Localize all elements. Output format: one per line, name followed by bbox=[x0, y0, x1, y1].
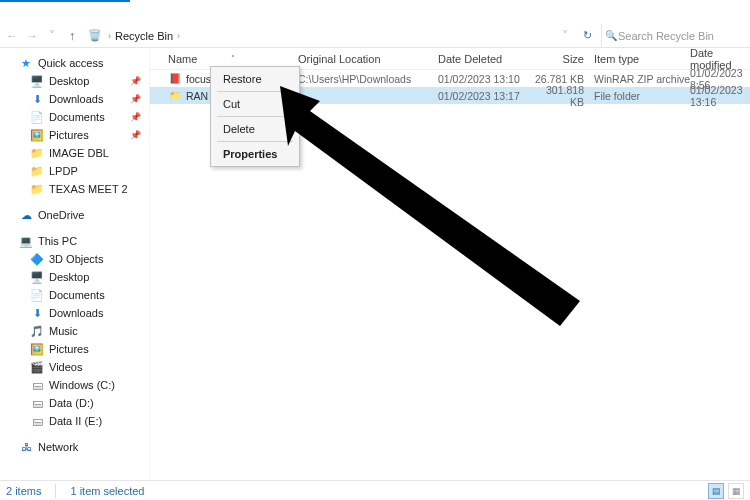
sidebar-thispc[interactable]: 💻This PC bbox=[0, 232, 149, 250]
column-original[interactable]: Original Location bbox=[298, 53, 438, 65]
search-input[interactable]: 🔍 Search Recycle Bin bbox=[601, 24, 746, 47]
sidebar-item-label: Desktop bbox=[49, 75, 89, 87]
onedrive-icon: ☁ bbox=[19, 209, 33, 222]
sidebar-label: This PC bbox=[38, 235, 77, 247]
breadcrumb[interactable]: 🗑️ › Recycle Bin › bbox=[84, 29, 553, 42]
menu-properties[interactable]: Properties bbox=[213, 144, 297, 164]
sidebar-item-drive-c[interactable]: 🖴Windows (C:) bbox=[0, 376, 149, 394]
sidebar-label: Network bbox=[38, 441, 78, 453]
sidebar-item-documents[interactable]: 📄Documents📌 bbox=[0, 108, 149, 126]
sidebar-item-downloads[interactable]: ⬇Downloads📌 bbox=[0, 90, 149, 108]
recent-dropdown[interactable]: ˅ bbox=[44, 29, 60, 43]
column-deleted[interactable]: Date Deleted bbox=[438, 53, 534, 65]
sidebar-item-desktop[interactable]: 🖥️Desktop📌 bbox=[0, 72, 149, 90]
column-size[interactable]: Size bbox=[534, 53, 594, 65]
sidebar-quick-access[interactable]: ★ Quick access bbox=[0, 54, 149, 72]
sidebar-item-label: IMAGE DBL bbox=[49, 147, 109, 159]
breadcrumb-sep: › bbox=[108, 31, 111, 41]
menu-separator bbox=[217, 91, 293, 92]
sidebar-item-drive-d[interactable]: 🖴Data (D:) bbox=[0, 394, 149, 412]
menu-restore[interactable]: Restore bbox=[213, 69, 297, 89]
column-type[interactable]: Item type bbox=[594, 53, 690, 65]
sidebar-item-label: TEXAS MEET 2 bbox=[49, 183, 128, 195]
sidebar-item-label: Downloads bbox=[49, 307, 103, 319]
music-icon: 🎵 bbox=[30, 325, 44, 338]
folder-icon: 📁 bbox=[30, 165, 44, 178]
file-deleted: 01/02/2023 13:10 bbox=[438, 73, 534, 85]
sidebar-item-music[interactable]: 🎵Music bbox=[0, 322, 149, 340]
window-accent-bar bbox=[0, 0, 130, 2]
zip-icon: 📕 bbox=[168, 73, 182, 84]
sort-asc-icon: ˄ bbox=[231, 54, 235, 63]
menu-cut[interactable]: Cut bbox=[213, 94, 297, 114]
sidebar-item-label: Pictures bbox=[49, 343, 89, 355]
sidebar-item-downloads[interactable]: ⬇Downloads bbox=[0, 304, 149, 322]
file-original: C:\Users\HP\Downloads bbox=[298, 73, 438, 85]
sidebar-item-label: Videos bbox=[49, 361, 82, 373]
file-modified: 01/02/2023 13:16 bbox=[690, 84, 750, 108]
videos-icon: 🎬 bbox=[30, 361, 44, 374]
desktop-icon: 🖥️ bbox=[30, 75, 44, 88]
sidebar: ★ Quick access 🖥️Desktop📌 ⬇Downloads📌 📄D… bbox=[0, 48, 150, 480]
sidebar-item-label: Music bbox=[49, 325, 78, 337]
up-button[interactable]: ↑ bbox=[64, 29, 80, 43]
desktop-icon: 🖥️ bbox=[30, 271, 44, 284]
drive-icon: 🖴 bbox=[30, 415, 44, 427]
sidebar-label: OneDrive bbox=[38, 209, 84, 221]
sidebar-item-desktop[interactable]: 🖥️Desktop bbox=[0, 268, 149, 286]
view-details-button[interactable]: ▤ bbox=[708, 483, 724, 499]
sidebar-item-label: Windows (C:) bbox=[49, 379, 115, 391]
downloads-icon: ⬇ bbox=[30, 93, 44, 106]
sidebar-item-documents[interactable]: 📄Documents bbox=[0, 286, 149, 304]
folder-icon: 📁 bbox=[168, 90, 182, 101]
status-selected: 1 item selected bbox=[70, 485, 144, 497]
drive-icon: 🖴 bbox=[30, 397, 44, 409]
breadcrumb-current: Recycle Bin bbox=[115, 30, 173, 42]
sidebar-item-folder[interactable]: 📁LPDP bbox=[0, 162, 149, 180]
context-menu: Restore Cut Delete Properties bbox=[210, 66, 300, 167]
search-placeholder: Search Recycle Bin bbox=[618, 30, 714, 42]
sidebar-item-label: Downloads bbox=[49, 93, 103, 105]
folder-icon: 📁 bbox=[30, 183, 44, 196]
pin-icon: 📌 bbox=[130, 94, 141, 104]
view-large-button[interactable]: ▦ bbox=[728, 483, 744, 499]
file-type: File folder bbox=[594, 90, 690, 102]
sidebar-item-label: Documents bbox=[49, 289, 105, 301]
sidebar-item-label: Documents bbox=[49, 111, 105, 123]
sidebar-item-label: LPDP bbox=[49, 165, 78, 177]
sidebar-item-pictures[interactable]: 🖼️Pictures📌 bbox=[0, 126, 149, 144]
recycle-bin-icon: 🗑️ bbox=[88, 29, 102, 42]
forward-button[interactable]: → bbox=[24, 29, 40, 43]
documents-icon: 📄 bbox=[30, 289, 44, 302]
drive-icon: 🖴 bbox=[30, 379, 44, 391]
pictures-icon: 🖼️ bbox=[30, 129, 44, 142]
pin-icon: 📌 bbox=[130, 130, 141, 140]
pictures-icon: 🖼️ bbox=[30, 343, 44, 356]
sidebar-item-folder[interactable]: 📁IMAGE DBL bbox=[0, 144, 149, 162]
sidebar-item-folder[interactable]: 📁TEXAS MEET 2 bbox=[0, 180, 149, 198]
sidebar-network[interactable]: 🖧Network bbox=[0, 438, 149, 456]
back-button[interactable]: ← bbox=[4, 29, 20, 43]
status-count: 2 items bbox=[6, 485, 41, 497]
sidebar-item-pictures[interactable]: 🖼️Pictures bbox=[0, 340, 149, 358]
sidebar-item-drive-e[interactable]: 🖴Data II (E:) bbox=[0, 412, 149, 430]
breadcrumb-dropdown[interactable]: ˅ bbox=[557, 29, 573, 43]
sidebar-item-label: Pictures bbox=[49, 129, 89, 141]
breadcrumb-sep: › bbox=[177, 31, 180, 41]
sidebar-onedrive[interactable]: ☁OneDrive bbox=[0, 206, 149, 224]
sidebar-item-3d[interactable]: 🔷3D Objects bbox=[0, 250, 149, 268]
folder-icon: 📁 bbox=[30, 147, 44, 160]
network-icon: 🖧 bbox=[19, 441, 33, 453]
sidebar-item-label: Data II (E:) bbox=[49, 415, 102, 427]
status-bar: 2 items 1 item selected ▤ ▦ bbox=[0, 480, 750, 500]
menu-delete[interactable]: Delete bbox=[213, 119, 297, 139]
3d-icon: 🔷 bbox=[30, 253, 44, 266]
pin-icon: 📌 bbox=[130, 112, 141, 122]
file-deleted: 01/02/2023 13:17 bbox=[438, 90, 534, 102]
sidebar-item-videos[interactable]: 🎬Videos bbox=[0, 358, 149, 376]
column-name[interactable]: Name˄ bbox=[168, 53, 298, 65]
search-icon: 🔍 bbox=[605, 30, 617, 41]
refresh-button[interactable]: ↻ bbox=[577, 29, 597, 42]
nav-toolbar: ← → ˅ ↑ 🗑️ › Recycle Bin › ˅ ↻ 🔍 Search … bbox=[0, 24, 750, 48]
annotation-arrow bbox=[250, 76, 610, 336]
